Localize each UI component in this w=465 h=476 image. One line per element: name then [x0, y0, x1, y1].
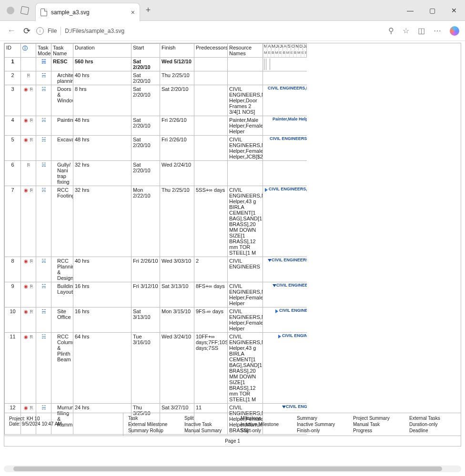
timeline-sub: B	[271, 50, 274, 57]
cell-id: 10	[5, 307, 21, 333]
split-screen-icon[interactable]: ◫	[418, 26, 425, 35]
cell-indicator: ◉ ⎘	[21, 307, 36, 333]
legend-item: External Tasks	[404, 415, 461, 421]
gantt-label: CIVIL ENGINEERS,Male Helper,43 g BIRLA C…	[269, 187, 307, 191]
horizontal-scrollbar[interactable]	[4, 466, 461, 472]
table-row[interactable]: 5◉ ⎘☵Excavation48 hrsSat 2/20/10Fri 2/26…	[5, 136, 461, 161]
gantt-arrow-icon	[265, 188, 268, 192]
cell-start: Sat 2/20/10	[131, 58, 160, 71]
cell-id: 6	[5, 161, 21, 186]
url-segment[interactable]: i File D:/Files/sample_a3.svg	[36, 27, 124, 35]
cell-id: 5	[5, 136, 21, 161]
cell-indicator: ◉ ⎘	[21, 116, 36, 136]
timeline-sub: M	[263, 50, 267, 57]
table-row[interactable]: 1☵RESC560 hrsSat 2/20/10Wed 5/12/10	[5, 58, 461, 71]
cell-gantt	[263, 71, 307, 85]
cell-mode-icon: ☵	[36, 85, 51, 116]
timeline-sub: M	[285, 50, 290, 57]
col-predecessors[interactable]: Predecessors	[194, 44, 228, 58]
more-icon[interactable]: ⋯	[434, 26, 441, 35]
site-info-icon[interactable]: i	[36, 27, 44, 35]
cell-start: Mon 2/22/10	[131, 186, 160, 257]
cell-task-name: Doors & Windows	[51, 85, 73, 116]
scrollbar-thumb[interactable]	[13, 466, 442, 471]
cell-gantt	[263, 58, 307, 71]
table-row[interactable]: 7◉ ⎘☵RCC Footing32 hrsMon 2/22/10Thu 2/2…	[5, 186, 461, 257]
gantt-label: CIVIL ENGINEERS,Male Helper,Female Helpe…	[286, 404, 307, 409]
table-row[interactable]: 10◉ ⎘☵Site Office16 hrsSat 3/13/10Mon 3/…	[5, 307, 461, 333]
table-row[interactable]: 3◉ ⎘☵Doors & Windows8 hrsSat 2/20/10Sat …	[5, 85, 461, 116]
cell-finish: Wed 2/24/10	[160, 161, 194, 186]
col-id[interactable]: ID	[5, 44, 21, 58]
cell-task-name: RESC	[51, 58, 73, 71]
refresh-button[interactable]: ⟳	[21, 25, 32, 37]
cell-resources: CIVIL ENGINEERS,Male Helper,Door Frames …	[228, 85, 263, 116]
table-row[interactable]: 9◉ ⎘☵Building Layout16 hrsFri 3/12/10Sat…	[5, 282, 461, 307]
cell-duration: 560 hrs	[73, 58, 131, 71]
new-tab-button[interactable]: +	[140, 0, 156, 20]
col-resources[interactable]: Resource Names	[228, 44, 263, 58]
cell-gantt: Painter,Male Helper,Female Helper	[263, 116, 307, 136]
cell-finish: Mon 3/15/10	[160, 307, 194, 333]
cell-predecessors: 2	[194, 257, 228, 282]
table-row[interactable]: 2⎘☵Architechtural planning40 hrsSat 2/20…	[5, 71, 461, 85]
close-window-button[interactable]: ✕	[443, 0, 465, 20]
browser-tab[interactable]: sample_a3.svg ×	[35, 3, 140, 21]
legend-item: Finish-only	[292, 427, 348, 434]
timeline-month: Oct '10	[291, 44, 294, 50]
cell-mode-icon: ☵	[36, 186, 51, 257]
back-button[interactable]: ←	[6, 25, 17, 37]
cell-duration: 40 hrs	[73, 257, 131, 282]
tab-close-button[interactable]: ×	[131, 9, 135, 16]
favorite-icon[interactable]: ☆	[403, 26, 409, 35]
col-task-name[interactable]: Task Name	[51, 44, 73, 58]
gantt-label: CIVIL ENGINEERS,Male Helper,Female Helpe…	[276, 283, 307, 288]
cell-predecessors	[194, 136, 228, 161]
legend-item: Manual Summary	[180, 427, 236, 434]
col-duration[interactable]: Duration	[73, 44, 131, 58]
legend-item: Deadline	[404, 427, 461, 434]
timeline-month: Apr '10	[267, 44, 271, 50]
table-row[interactable]: 6⎘☵Gully/ Nani trap fixing32 hrsSat 2/20…	[5, 161, 461, 186]
table-row[interactable]: 4◉ ⎘☵Painting48 hrsSat 2/20/10Fri 2/26/1…	[5, 116, 461, 136]
timeline-sub: M	[296, 50, 301, 57]
legend-item: Inactive Milestone	[236, 421, 292, 427]
date-label: Date: 9/5/2024 10:47 AM	[9, 421, 118, 426]
cell-mode-icon: ☵	[36, 282, 51, 307]
cell-finish: Wed 5/12/10	[160, 58, 194, 71]
window-controls: — ▢ ✕	[399, 0, 465, 20]
timeline-month: Ja	[303, 44, 306, 50]
col-finish[interactable]: Finish	[160, 44, 194, 58]
legend-grid: TaskSplitMilestoneSummaryProject Summary…	[123, 413, 461, 436]
table-row[interactable]: 8◉ ⎘☵RCC Planning & Design40 hrsFri 2/26…	[5, 257, 461, 282]
col-indicator[interactable]: ⓘ	[21, 44, 36, 58]
maximize-button[interactable]: ▢	[421, 0, 443, 20]
cell-resources	[228, 58, 263, 71]
cell-gantt	[263, 161, 307, 186]
zoom-icon[interactable]: ⚲	[388, 26, 394, 35]
timeline-month: Jun '10	[275, 44, 279, 50]
cell-gantt: CIVIL ENGINEERS,Male Helper,43 g BIRLA C…	[263, 333, 307, 404]
legend-item: Start-only	[236, 427, 292, 434]
cell-indicator: ⎘	[21, 161, 36, 186]
cell-start: Sat 3/13/10	[131, 307, 160, 333]
cell-duration: 16 hrs	[73, 307, 131, 333]
copilot-icon[interactable]	[450, 26, 459, 36]
timeline-month: Nov '10	[294, 44, 298, 50]
col-task-mode[interactable]: Task Mode	[36, 44, 51, 58]
cell-duration: 48 hrs	[73, 136, 131, 161]
cell-start: Fri 2/26/10	[131, 257, 160, 282]
minimize-button[interactable]: —	[399, 0, 421, 20]
timeline-sub: E	[289, 50, 293, 57]
legend-item: Duration-only	[404, 421, 461, 427]
table-row[interactable]: 11◉ ⎘☵RCC Column & Plinth Beam64 hrsTue …	[5, 333, 461, 404]
col-start[interactable]: Start	[131, 44, 160, 58]
file-icon	[40, 9, 47, 16]
cell-task-name: Gully/ Nani trap fixing	[51, 161, 73, 186]
profile-icon[interactable]	[7, 7, 14, 14]
cell-id: 7	[5, 186, 21, 257]
gantt-arrow-icon	[275, 309, 278, 313]
cell-duration: 40 hrs	[73, 71, 131, 85]
cell-predecessors: 8FS+∞ days	[194, 282, 228, 307]
workspace-icon[interactable]	[20, 6, 30, 15]
